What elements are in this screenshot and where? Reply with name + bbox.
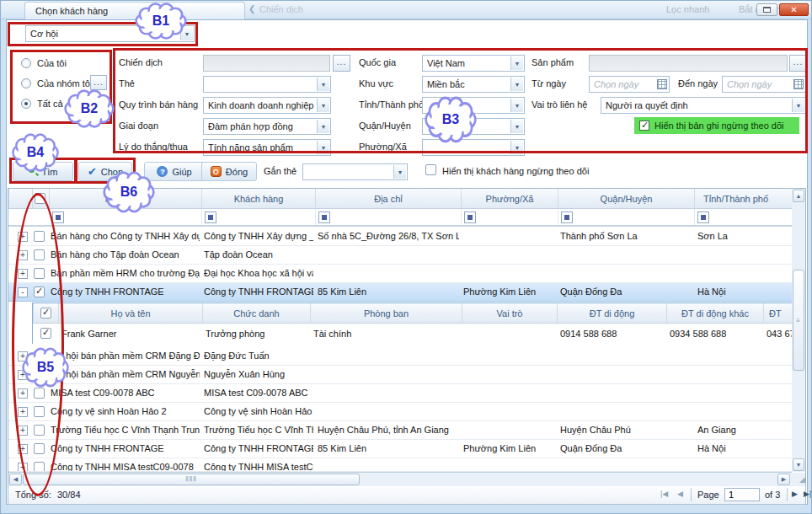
- stage-combo[interactable]: Đàm phán hợp đồng▼: [203, 118, 331, 135]
- expand-button[interactable]: +: [18, 351, 28, 361]
- scroll-right-icon[interactable]: ▶: [777, 474, 790, 485]
- table-row[interactable]: + Cơ hội bán phần mềm CRM Đặng Đức Tuấn …: [8, 347, 792, 366]
- first-page-icon[interactable]: |◀: [660, 490, 668, 498]
- expand-button[interactable]: +: [18, 463, 28, 472]
- show-stopped-records-option[interactable]: Hiển thị bản ghi ngừng theo dõi: [634, 117, 799, 134]
- expand-button[interactable]: +: [18, 426, 28, 436]
- row-checkbox[interactable]: [34, 231, 45, 242]
- chevron-down-icon[interactable]: ▼: [393, 165, 406, 179]
- filter-icon[interactable]: [205, 211, 216, 223]
- calendar-icon[interactable]: [657, 79, 667, 89]
- sales-process-combo[interactable]: Kinh doanh doanh nghiệp▼: [203, 97, 331, 114]
- column-header-mobile[interactable]: ĐT di động: [557, 303, 666, 324]
- product-browse-button[interactable]: ...: [789, 55, 807, 72]
- entity-type-combo[interactable]: Cơ hội ▼: [25, 25, 195, 42]
- filter-icon[interactable]: [697, 211, 709, 223]
- chevron-left-icon[interactable]: ❮: [248, 4, 255, 13]
- filter-icon[interactable]: [561, 211, 573, 223]
- row-checkbox[interactable]: [34, 286, 45, 297]
- table-row[interactable]: + Công ty vệ sinh Hoàn Hảo 2 Công ty vệ …: [8, 403, 792, 421]
- radio-all[interactable]: [21, 99, 31, 109]
- column-header-province[interactable]: Tỉnh/Thành phố: [694, 189, 792, 209]
- filter-icon[interactable]: [464, 211, 476, 223]
- expand-button[interactable]: +: [18, 370, 28, 380]
- chevron-down-icon[interactable]: ▼: [510, 78, 523, 91]
- chevron-down-icon[interactable]: ▼: [317, 120, 329, 133]
- expand-button[interactable]: +: [18, 388, 28, 399]
- from-date-field[interactable]: Chọn ngày: [589, 76, 670, 93]
- subtable-select-all-checkbox[interactable]: [40, 308, 51, 319]
- column-header-name[interactable]: Họ và tên: [58, 303, 202, 324]
- ward-combo[interactable]: ▼: [422, 139, 525, 156]
- row-checkbox[interactable]: [40, 328, 51, 339]
- chevron-down-icon[interactable]: ▼: [510, 56, 523, 70]
- expand-button[interactable]: +: [18, 269, 28, 279]
- show-stopped-customers-checkbox[interactable]: [425, 164, 436, 175]
- scroll-down-icon[interactable]: ▼: [793, 458, 804, 471]
- help-button[interactable]: ? Giúp: [144, 162, 205, 181]
- tag-combo[interactable]: ▼: [302, 163, 408, 180]
- expand-button[interactable]: +: [18, 444, 28, 454]
- column-header-department[interactable]: Phòng ban: [310, 303, 462, 324]
- column-header-customer[interactable]: Khách hàng: [201, 189, 315, 209]
- last-page-icon[interactable]: ▶|: [804, 490, 811, 498]
- column-header-ward[interactable]: Phường/Xã: [461, 189, 558, 209]
- table-row[interactable]: + Công ty TNHH FRONTAGE Công ty TNHH FRO…: [8, 440, 792, 458]
- tab-background[interactable]: Chiến dịch: [259, 4, 332, 14]
- chevron-down-icon[interactable]: ▼: [510, 99, 523, 112]
- table-row-selected[interactable]: - Công ty TNHH FRONTAGE Công ty TNHH FRO…: [8, 283, 792, 302]
- scroll-left-icon[interactable]: ◀: [9, 474, 22, 485]
- chevron-down-icon[interactable]: ▼: [317, 141, 329, 154]
- find-button[interactable]: Tìm: [13, 162, 73, 181]
- restore-window-button[interactable]: [756, 3, 777, 16]
- table-row[interactable]: + Trường Tiểu học C Vĩnh Thạnh Trung Trư…: [8, 421, 792, 440]
- calendar-icon[interactable]: [793, 79, 804, 89]
- row-checkbox[interactable]: [34, 443, 45, 454]
- row-checkbox[interactable]: [34, 369, 45, 380]
- campaign-browse-button[interactable]: ...: [333, 55, 350, 72]
- column-header-phone[interactable]: ĐT: [763, 303, 793, 324]
- table-row[interactable]: + Bán hàng cho Công ty TNHH Xây dựng Côn…: [8, 228, 792, 246]
- tab-select-customer[interactable]: Chọn khách hàng: [24, 2, 245, 19]
- table-row[interactable]: + Bán phần mềm HRM cho trường Đại học Đạ…: [8, 265, 792, 283]
- chevron-down-icon[interactable]: ▼: [792, 99, 804, 112]
- country-combo[interactable]: Việt Nam▼: [422, 55, 525, 72]
- close-button[interactable]: O Đóng: [201, 162, 257, 181]
- table-row[interactable]: + MISA test C09-0078 ABC MISA test C09-0…: [8, 384, 792, 403]
- chevron-down-icon[interactable]: ▼: [317, 78, 329, 91]
- horizontal-scroll-thumb[interactable]: ⦀⦀⦀: [23, 474, 360, 485]
- district-combo[interactable]: ▼: [422, 118, 525, 135]
- filter-icon[interactable]: [52, 211, 64, 223]
- vertical-scrollbar[interactable]: ▲ ≡ ▼: [792, 189, 805, 472]
- filter-icon[interactable]: [318, 211, 330, 223]
- column-header-role[interactable]: Vai trò: [462, 303, 557, 324]
- expand-button[interactable]: +: [18, 232, 28, 242]
- tag-filter-combo[interactable]: ▼: [203, 76, 331, 93]
- region-combo[interactable]: Miền bắc▼: [422, 76, 525, 93]
- campaign-field[interactable]: [203, 55, 330, 72]
- column-header-address[interactable]: Địa chỉ: [315, 189, 461, 209]
- row-checkbox[interactable]: [34, 406, 45, 417]
- next-page-icon[interactable]: ▶: [792, 490, 798, 498]
- collapse-button[interactable]: -: [18, 287, 28, 297]
- subtable-row[interactable]: Frank Garner Trưởng phòng Tài chính 0914…: [33, 324, 793, 344]
- table-row[interactable]: + Bán hàng cho Tập đoàn Ocean Tập đoàn O…: [8, 246, 792, 265]
- contact-role-combo[interactable]: Người ra quyết định▼: [601, 97, 806, 114]
- quick-filter-label[interactable]: Lọc nhanh: [666, 4, 709, 14]
- radio-my-group[interactable]: [21, 78, 31, 88]
- row-checkbox[interactable]: [34, 425, 45, 436]
- show-stopped-records-checkbox[interactable]: [639, 120, 649, 131]
- expand-button[interactable]: +: [18, 250, 28, 260]
- expand-button[interactable]: +: [18, 407, 28, 417]
- column-header-title[interactable]: Chức danh: [202, 303, 310, 324]
- horizontal-scrollbar[interactable]: ◀ ⦀⦀⦀ ▶: [8, 472, 792, 486]
- table-row[interactable]: + Công ty TNHH MISA testC09-0078 Công ty…: [8, 458, 792, 472]
- row-checkbox[interactable]: [34, 388, 45, 399]
- chevron-down-icon[interactable]: ▼: [317, 99, 329, 112]
- column-header-opportunity[interactable]: Tên cơ hội: [49, 189, 201, 209]
- radio-mine[interactable]: [21, 58, 31, 68]
- product-field[interactable]: [589, 55, 788, 72]
- win-lose-reason-combo[interactable]: Tính năng sản phẩm▼: [203, 139, 331, 156]
- table-row[interactable]: + Cơ hội bán phần mềm CRM Nguyễn Xuân Hù…: [8, 366, 792, 384]
- close-window-button[interactable]: ✕: [779, 3, 809, 16]
